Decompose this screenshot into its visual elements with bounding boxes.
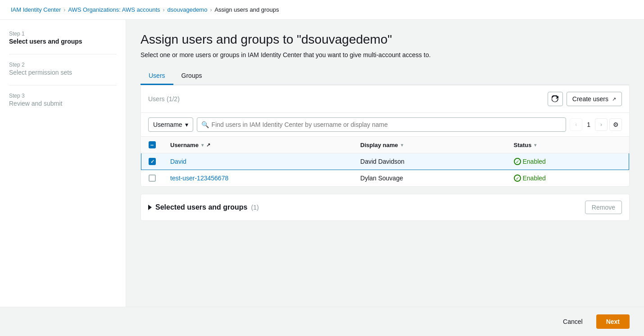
- table-row[interactable]: test-user-123456678 Dylan Souvage ✓ Enab…: [141, 170, 629, 187]
- row1-username-cell: David: [163, 153, 353, 170]
- row2-status: ✓ Enabled: [514, 175, 622, 182]
- panel-title: Users (1/2): [148, 95, 180, 103]
- expand-icon[interactable]: [148, 205, 152, 210]
- main-content: Assign users and groups to "dsouvagedemo…: [126, 20, 644, 334]
- cancel-button[interactable]: Cancel: [555, 314, 591, 329]
- row2-checkbox[interactable]: [149, 175, 156, 182]
- next-page-button[interactable]: ›: [595, 118, 608, 131]
- tab-groups[interactable]: Groups: [173, 67, 210, 85]
- tab-users[interactable]: Users: [141, 67, 173, 85]
- page-title: Assign users and groups to "dsouvagedemo…: [141, 32, 630, 47]
- selected-count: (1): [251, 204, 259, 211]
- search-input[interactable]: [197, 117, 567, 132]
- remove-button[interactable]: Remove: [585, 201, 622, 214]
- pagination-controls: ‹ 1 › ⚙: [570, 118, 622, 131]
- breadcrumb: IAM Identity Center › AWS Organizations:…: [0, 0, 644, 20]
- row2-status-cell: ✓ Enabled: [507, 170, 629, 187]
- breadcrumb-aws-orgs[interactable]: AWS Organizations: AWS accounts: [68, 6, 160, 13]
- step-1-label: Step 1: [9, 31, 117, 37]
- panel-actions: Create users ↗: [548, 92, 622, 106]
- panel-header: Users (1/2) Create users ↗: [141, 85, 629, 113]
- row1-username-link[interactable]: David: [170, 158, 186, 165]
- refresh-button[interactable]: [548, 92, 563, 106]
- breadcrumb-sep-3: ›: [210, 7, 212, 13]
- row1-checkbox-cell: [141, 153, 163, 170]
- breadcrumb-sep-2: ›: [163, 7, 165, 13]
- search-row: Username ▾ 🔍 ‹ 1 › ⚙: [141, 113, 629, 137]
- row2-checkbox-cell: [141, 170, 163, 187]
- row2-display-name: Dylan Souvage: [360, 175, 403, 182]
- breadcrumb-iam[interactable]: IAM Identity Center: [11, 6, 61, 13]
- row1-status-icon: ✓: [514, 158, 521, 165]
- step-3-label: Step 3: [9, 93, 117, 99]
- header-display-name: Display name ▾: [353, 137, 506, 153]
- breadcrumb-current: Assign users and groups: [214, 6, 279, 13]
- filter-dropdown[interactable]: Username ▾: [148, 117, 193, 132]
- row2-status-icon: ✓: [514, 175, 521, 182]
- step-3: Step 3 Review and submit: [9, 93, 117, 107]
- page-description: Select one or more users or groups in IA…: [141, 51, 630, 58]
- create-users-button[interactable]: Create users ↗: [567, 92, 622, 106]
- header-username: Username ▾ ↗: [163, 137, 353, 153]
- breadcrumb-sep-1: ›: [63, 7, 65, 13]
- users-panel: Users (1/2) Create users ↗: [141, 85, 630, 187]
- displayname-sort-icon[interactable]: ▾: [401, 143, 403, 148]
- selected-title: Selected users and groups (1): [148, 203, 259, 211]
- step-2: Step 2 Select permission sets: [9, 62, 117, 76]
- page-number: 1: [584, 121, 593, 128]
- row2-username-link[interactable]: test-user-123456678: [170, 175, 228, 182]
- step-2-name: Select permission sets: [9, 69, 117, 76]
- row1-displayname-cell: David Davidson: [353, 153, 506, 170]
- step-3-name: Review and submit: [9, 100, 117, 107]
- selected-header: Selected users and groups (1) Remove: [141, 194, 629, 220]
- divider-2: [9, 85, 117, 85]
- breadcrumb-dsouvagedemo[interactable]: dsouvagedemo: [168, 6, 208, 13]
- external-link-icon: ↗: [612, 96, 616, 102]
- footer: Cancel Next: [0, 307, 644, 336]
- row1-checkbox[interactable]: [149, 158, 156, 165]
- username-sort-icon[interactable]: ▾: [201, 143, 204, 148]
- row2-displayname-cell: Dylan Souvage: [353, 170, 506, 187]
- search-input-wrap: 🔍: [197, 117, 567, 132]
- row2-username-cell: test-user-123456678: [163, 170, 353, 187]
- row1-status-cell: ✓ Enabled: [507, 153, 629, 170]
- row1-display-name: David Davidson: [360, 158, 404, 165]
- step-2-label: Step 2: [9, 62, 117, 68]
- prev-page-button[interactable]: ‹: [570, 118, 582, 131]
- sidebar: Step 1 Select users and groups Step 2 Se…: [0, 20, 126, 334]
- external-link-col-icon: ↗: [206, 142, 210, 148]
- status-sort-icon[interactable]: ▾: [534, 143, 536, 148]
- dropdown-arrow-icon: ▾: [185, 121, 188, 128]
- header-checkbox-col: [141, 137, 163, 153]
- table-row[interactable]: David David Davidson ✓ Enabled: [141, 153, 629, 170]
- header-checkbox[interactable]: [149, 141, 156, 148]
- row1-status: ✓ Enabled: [514, 158, 622, 165]
- next-button[interactable]: Next: [596, 314, 630, 329]
- tab-bar: Users Groups: [141, 67, 630, 85]
- users-table: Username ▾ ↗ Display name ▾: [141, 137, 629, 186]
- selected-section: Selected users and groups (1) Remove: [141, 194, 630, 221]
- divider-1: [9, 54, 117, 54]
- column-settings-button[interactable]: ⚙: [609, 118, 622, 131]
- step-1-name: Select users and groups: [9, 38, 117, 45]
- header-status: Status ▾: [507, 137, 629, 153]
- table-header-row: Username ▾ ↗ Display name ▾: [141, 137, 629, 153]
- step-1: Step 1 Select users and groups: [9, 31, 117, 45]
